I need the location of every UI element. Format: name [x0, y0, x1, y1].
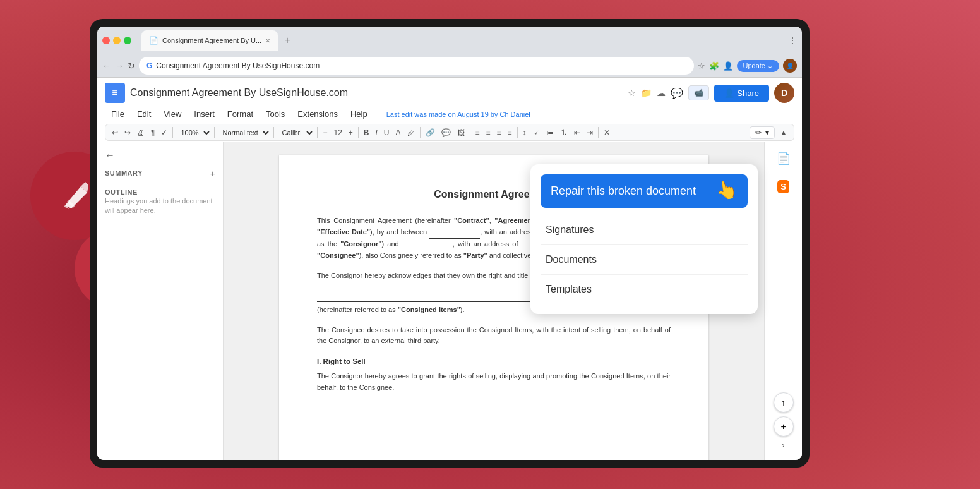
- editing-mode-button[interactable]: ✏ ▾: [750, 126, 775, 139]
- redo-button[interactable]: ↪: [122, 127, 133, 138]
- share-label: Share: [737, 88, 759, 98]
- tab-title: Consignment Agreement By U...: [162, 37, 261, 44]
- comment-toolbar-button[interactable]: 💬: [439, 127, 453, 138]
- print-button[interactable]: 🖨: [134, 127, 147, 138]
- popup-signatures-item[interactable]: Signatures: [541, 215, 748, 245]
- gdocs-doc-title[interactable]: Consignment Agreement By UseSignHouse.co…: [130, 87, 623, 99]
- minimize-window-button[interactable]: [113, 37, 121, 44]
- toolbar-separator-7: [470, 127, 470, 138]
- align-center[interactable]: ≡: [484, 127, 493, 138]
- toolbar-separator-8: [517, 127, 518, 138]
- highlight-button[interactable]: 🖊: [405, 127, 417, 138]
- contract-bold: "Contract": [454, 217, 489, 224]
- right-icon-panel: 📄 S ↑ + › Repair this broken document 👆: [764, 142, 802, 460]
- align-justify[interactable]: ≡: [505, 127, 515, 138]
- menu-view[interactable]: View: [157, 107, 188, 121]
- menu-insert[interactable]: Insert: [188, 107, 221, 121]
- cloud-icon[interactable]: ☁: [657, 88, 666, 98]
- increase-indent[interactable]: ⇥: [584, 127, 595, 138]
- document-sidebar: ← SUMMARY + OUTLINE Headings you add to …: [97, 142, 224, 460]
- menu-file[interactable]: File: [105, 107, 131, 121]
- align-left[interactable]: ≡: [473, 127, 482, 138]
- extension-popup-card: Repair this broken document 👆 Signatures…: [530, 164, 758, 314]
- menu-edit[interactable]: Edit: [131, 107, 157, 121]
- extension-panel-icon[interactable]: S: [772, 175, 795, 198]
- toolbar-separator-1: [172, 127, 173, 138]
- pencil-icon: ✏: [755, 128, 762, 137]
- style-select[interactable]: Normal text: [217, 128, 271, 138]
- repair-document-button[interactable]: Repair this broken document 👆: [541, 174, 748, 208]
- popup-templates-item[interactable]: Templates: [541, 275, 748, 304]
- browser-window: 📄 Consignment Agreement By U... ✕ + ⋮ ← …: [97, 27, 802, 460]
- doc-icon: 📄: [777, 152, 791, 166]
- undo-button[interactable]: ↩: [109, 127, 121, 138]
- chrome-menu-icon[interactable]: ⋮: [788, 35, 797, 45]
- spell-check-button[interactable]: ✓: [158, 127, 170, 138]
- gdocs-share-area: 💬 📹 👤 Share D: [671, 83, 794, 103]
- line-spacing-button[interactable]: ↕: [520, 127, 529, 138]
- bookmark-icon[interactable]: ☆: [698, 61, 705, 71]
- collapse-button[interactable]: ▲: [777, 127, 790, 138]
- signatures-label: Signatures: [546, 224, 594, 235]
- close-window-button[interactable]: [102, 37, 110, 44]
- italic-button[interactable]: I: [373, 127, 380, 138]
- update-label: Update: [743, 62, 765, 69]
- address-bar[interactable]: G Consignment Agreement By UseSignHouse.…: [139, 57, 694, 75]
- paint-format-button[interactable]: ¶: [148, 127, 157, 138]
- paragraph-5: The Consignee desires to take into posse…: [317, 325, 671, 347]
- toolbar-separator-4: [317, 127, 318, 138]
- add-summary-button[interactable]: +: [210, 169, 215, 179]
- back-button[interactable]: ←: [102, 61, 111, 71]
- update-button[interactable]: Update ⌄: [737, 60, 779, 72]
- new-tab-button[interactable]: +: [280, 35, 294, 46]
- toolbar-separator-9: [598, 127, 599, 138]
- meet-icon: 📹: [694, 88, 703, 97]
- gdocs-body: ← SUMMARY + OUTLINE Headings you add to …: [97, 142, 802, 460]
- active-tab[interactable]: 📄 Consignment Agreement By U... ✕: [141, 30, 278, 51]
- share-button[interactable]: 👤 Share: [714, 85, 769, 102]
- refresh-button[interactable]: ↻: [128, 61, 135, 71]
- tab-close-button[interactable]: ✕: [265, 37, 270, 44]
- comment-icon[interactable]: 💬: [671, 87, 683, 99]
- bold-button[interactable]: B: [361, 127, 372, 138]
- chrome-avatar[interactable]: 👤: [783, 59, 797, 73]
- text-color-button[interactable]: A: [393, 127, 403, 138]
- underline-button[interactable]: U: [381, 127, 392, 138]
- gdocs-icon-panel[interactable]: 📄: [772, 147, 795, 170]
- extension-icon[interactable]: 🧩: [709, 61, 719, 71]
- star-icon[interactable]: ☆: [628, 88, 636, 98]
- font-size-increase[interactable]: +: [346, 127, 356, 138]
- menu-tools[interactable]: Tools: [260, 107, 291, 121]
- link-button[interactable]: 🔗: [423, 127, 438, 138]
- clear-format[interactable]: ✕: [601, 127, 612, 138]
- user-avatar[interactable]: D: [774, 83, 794, 103]
- menu-extensions[interactable]: Extensions: [291, 107, 344, 121]
- back-arrow-button[interactable]: ←: [105, 150, 215, 161]
- meet-button[interactable]: 📹: [688, 85, 709, 100]
- scroll-up-button[interactable]: ↑: [774, 392, 794, 413]
- popup-documents-item[interactable]: Documents: [541, 245, 748, 275]
- summary-section: SUMMARY +: [105, 169, 215, 178]
- outline-section: OUTLINE Headings you add to the document…: [105, 188, 215, 216]
- consigned-items-bold: "Consigned Items": [398, 306, 460, 313]
- move-icon[interactable]: 📁: [641, 88, 652, 98]
- panel-expand-button[interactable]: ›: [782, 440, 784, 450]
- checklist-button[interactable]: ☑: [530, 127, 542, 138]
- toolbar-separator-3: [273, 127, 274, 138]
- decrease-indent[interactable]: ⇤: [571, 127, 583, 138]
- tab-favicon: 📄: [149, 36, 158, 45]
- maximize-window-button[interactable]: [124, 37, 131, 44]
- align-right[interactable]: ≡: [494, 127, 504, 138]
- font-size-decrease[interactable]: −: [320, 127, 330, 138]
- font-select[interactable]: Calibri: [277, 128, 314, 138]
- numbered-list-button[interactable]: ⒈: [558, 126, 570, 139]
- image-button[interactable]: 🖼: [455, 127, 467, 138]
- scroll-plus-button[interactable]: +: [774, 416, 794, 437]
- zoom-select[interactable]: 100%: [176, 128, 212, 138]
- forward-button[interactable]: →: [115, 61, 124, 71]
- menu-help[interactable]: Help: [344, 107, 374, 121]
- font-size-value: 12: [331, 127, 344, 138]
- menu-format[interactable]: Format: [221, 107, 260, 121]
- profile-icon[interactable]: 👤: [723, 61, 733, 71]
- bullet-list-button[interactable]: ≔: [544, 127, 556, 138]
